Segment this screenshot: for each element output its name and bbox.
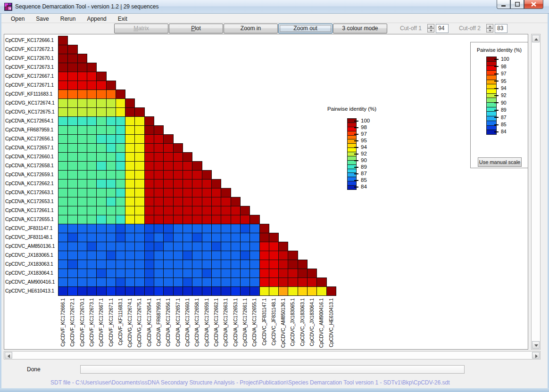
heatmap-cell — [231, 206, 241, 215]
heatmap-cell — [173, 224, 183, 233]
col-label: CpCDVG_KC172674.1 — [125, 298, 134, 348]
heatmap-cell — [307, 269, 317, 278]
heatmap-cell — [77, 90, 87, 99]
heatmap-cell — [116, 224, 125, 233]
heatmap-cell — [154, 233, 164, 242]
col-label: CpCDVF_KC172666.1 — [58, 298, 67, 348]
zoom-out-button[interactable]: Zoom out — [278, 24, 333, 33]
heatmap-cell — [154, 215, 164, 224]
heatmap-cell — [240, 242, 250, 251]
heatmap-cell — [202, 251, 212, 260]
heatmap-cell — [163, 143, 174, 153]
heatmap-cell — [202, 278, 212, 287]
horizontal-scrollbar-track[interactable] — [4, 351, 541, 359]
heatmap-cell — [183, 286, 192, 296]
heatmap-cell — [125, 215, 135, 224]
heatmap-cell — [211, 278, 221, 287]
heatmap-cell — [221, 242, 231, 251]
use-manual-scale-button[interactable]: Use manual scale — [478, 157, 522, 167]
heatmap-cell — [134, 170, 145, 180]
heatmap-cell — [202, 233, 212, 242]
scroll-left-button[interactable] — [5, 352, 12, 359]
cutoff1-down-button[interactable] — [427, 28, 434, 33]
heatmap-cell — [67, 152, 78, 162]
cutoff2-up-button[interactable] — [486, 24, 493, 28]
heatmap-cell — [106, 143, 116, 153]
scroll-right-button[interactable] — [532, 352, 540, 359]
heatmap-cell — [154, 278, 164, 287]
heatmap-cell — [67, 278, 78, 287]
heatmap-cell — [106, 107, 116, 117]
heatmap-cell — [202, 286, 212, 296]
legend-tick — [494, 102, 499, 103]
heatmap-cell — [106, 197, 116, 206]
heatmap-cell — [231, 260, 241, 269]
heatmap-cell — [67, 215, 78, 224]
heatmap-cell — [240, 215, 250, 224]
heatmap-cell — [58, 233, 68, 242]
plot-button[interactable]: Plot — [169, 24, 223, 33]
heatmap-cell — [67, 242, 78, 251]
zoom-in-button[interactable]: Zoom in — [224, 24, 278, 33]
heatmap-cell — [77, 233, 87, 242]
heatmap-cell — [96, 197, 107, 206]
cutoff2-down-button[interactable] — [486, 28, 493, 33]
legend-tick-label: 98 — [501, 64, 507, 69]
cutoff1-value[interactable]: 94 — [436, 24, 449, 33]
heatmap-cell — [154, 286, 164, 296]
heatmap-cell — [163, 215, 174, 224]
heatmap-cell — [183, 188, 192, 197]
main-panel: CpCDVF_KC172666.1CpCDVF_KC172672.1CpCDVF… — [4, 34, 528, 350]
col-label: CpCDVA_KC172661.1 — [240, 298, 250, 348]
menu-item-exit[interactable]: Exit — [114, 15, 132, 24]
heatmap-cell — [134, 179, 145, 188]
heatmap-cell — [67, 63, 78, 72]
heatmap-cell — [58, 45, 68, 54]
legend-tick — [354, 134, 358, 135]
scroll-up-button[interactable] — [532, 35, 540, 42]
heatmap-cell — [183, 269, 192, 278]
legend-tick — [494, 81, 499, 82]
cutoff1-up-button[interactable] — [427, 24, 434, 28]
legend-tick — [354, 127, 358, 128]
heatmap-cell — [269, 278, 279, 287]
heatmap-cell — [87, 90, 97, 99]
row-label: CpCDVC_JF831147.1 — [5, 224, 58, 233]
heatmap-cell — [58, 134, 68, 144]
app-icon — [4, 3, 12, 11]
heatmap-cell — [231, 233, 241, 242]
menu-item-save[interactable]: Save — [32, 15, 53, 24]
legend-tick-label: 92 — [501, 92, 507, 98]
heatmap-cell — [259, 278, 269, 287]
heatmap-cell — [134, 197, 145, 206]
heatmap-cell — [173, 143, 183, 153]
col-label: CpCDVA_FR687959.1 — [154, 298, 163, 348]
heatmap-cell — [77, 179, 87, 188]
scroll-down-button[interactable] — [532, 341, 540, 349]
heatmap-cell — [106, 242, 116, 251]
heatmap-cell — [211, 197, 221, 206]
heatmap-cell — [154, 251, 164, 260]
heatmap-cell — [116, 251, 125, 260]
heatmap-cell — [77, 98, 87, 108]
heatmap-cell — [240, 206, 250, 215]
menu-item-append[interactable]: Append — [83, 15, 110, 24]
close-button[interactable] — [524, 0, 543, 9]
heatmap-cell — [173, 260, 183, 269]
heatmap-cell — [106, 116, 116, 126]
menu-item-open[interactable]: Open — [7, 15, 29, 24]
heatmap-cell — [307, 278, 317, 287]
minimize-button[interactable] — [497, 0, 510, 9]
menu-item-rerun[interactable]: Rerun — [56, 15, 80, 24]
cutoff1-label: Cut-off 1 — [400, 25, 422, 32]
row-label: CpCDVC_JX183064.1 — [5, 269, 58, 278]
vertical-scrollbar-track[interactable] — [531, 34, 541, 350]
3-colour-mode-button[interactable]: 3 colour mode — [333, 24, 387, 33]
col-label: CpCDVF_KF111683.1 — [116, 298, 125, 348]
heatmap-cell — [134, 242, 145, 251]
heatmap-cell — [250, 251, 260, 260]
maximize-button[interactable] — [510, 0, 524, 9]
cutoff2-value[interactable]: 83 — [495, 24, 507, 33]
heatmap-cell — [211, 224, 221, 233]
legend-tick-label: 87 — [501, 114, 507, 120]
